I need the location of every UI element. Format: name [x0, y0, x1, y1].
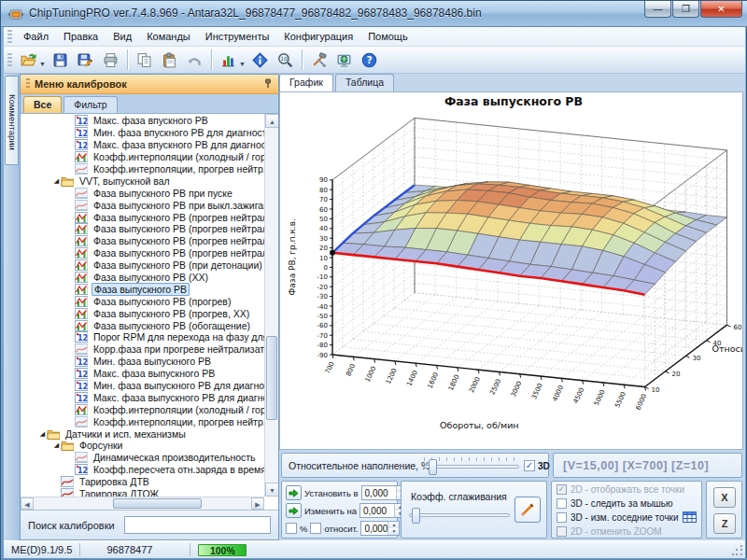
- tree-folder[interactable]: ◢Датчики и исп. механизмы: [21, 427, 264, 440]
- x-axis-button[interactable]: X: [713, 487, 736, 508]
- minimize-button[interactable]: —: [644, 1, 671, 18]
- tree-item-label[interactable]: Коэфф.интерполяции (холодный / горячий ): [92, 404, 264, 415]
- fill-slider-thumb[interactable]: [429, 459, 437, 475]
- scroll-down-arrow[interactable]: ▼: [265, 483, 278, 497]
- tree-item-label[interactable]: Фаза выпускного РВ (обогащение): [92, 320, 252, 331]
- option-checkbox[interactable]: [557, 512, 567, 523]
- tree-item-label[interactable]: Фаза выпускного РВ (прогрев): [92, 296, 233, 307]
- tree-item-label[interactable]: Корр.фаза при прогреве нейтрализатора: [92, 343, 264, 355]
- pin-icon[interactable]: [261, 78, 273, 90]
- tree-item-label[interactable]: Тарировка ДТВ: [78, 476, 151, 487]
- tree-item[interactable]: Фаза выпускного РВ при пуске: [21, 187, 264, 199]
- tree-item-label[interactable]: Фаза выпускного РВ (прогрев нейтрал., ХХ…: [92, 247, 264, 259]
- tree-horizontal-scrollbar[interactable]: ◀ ▶: [21, 497, 264, 510]
- tree-item-label[interactable]: Форсунки: [78, 440, 124, 451]
- tree-vertical-scrollbar[interactable]: ▲ ▼: [264, 114, 278, 497]
- menu-0[interactable]: Файл: [16, 28, 56, 45]
- relative-checkbox[interactable]: [310, 523, 321, 534]
- tree-item[interactable]: Фаза выпускного РВ (прогрев, ХХ): [21, 307, 264, 319]
- change-value-button[interactable]: [286, 503, 302, 518]
- tree-item[interactable]: Тарировка ДТОЖ: [21, 488, 264, 497]
- print-button[interactable]: [99, 49, 122, 72]
- percent-checkbox[interactable]: [286, 523, 297, 534]
- tree-item[interactable]: Фаза выпускного РВ при выкл.зажигания: [21, 199, 264, 211]
- tree-item-label[interactable]: Фаза выпускного РВ (при детонации): [92, 259, 264, 271]
- menu-6[interactable]: Помощь: [360, 28, 416, 45]
- smoothing-slider-thumb[interactable]: [412, 508, 420, 524]
- change-value-spinner[interactable]: 0,000▲▼: [359, 503, 406, 518]
- resize-grip[interactable]: [732, 545, 743, 556]
- surface-chart[interactable]: -90-80-70-60-50-40-30-20-100102030405060…: [279, 91, 743, 450]
- tree-item-label[interactable]: Динамическая производительность: [92, 452, 258, 463]
- tools-button[interactable]: [307, 49, 331, 72]
- tree-item-label[interactable]: Фаза выпускного РВ при пуске: [92, 188, 234, 199]
- tree-item[interactable]: 12Макс. фаза выпускного РВ для диагности…: [21, 391, 264, 403]
- tree-item[interactable]: Фаза выпускного РВ: [21, 283, 264, 295]
- tree-item-label[interactable]: Датчики и исп. механизмы: [63, 428, 188, 440]
- save-as-button[interactable]: [74, 49, 97, 72]
- tree-item[interactable]: Фаза выпускного РВ (ХХ): [21, 272, 264, 284]
- tree-item-label[interactable]: Коэфф.интерполяции, прогрев нейтр. (холо…: [92, 163, 264, 175]
- tree-item-label[interactable]: Фаза выпускного РВ: [92, 283, 190, 296]
- tree-item-label[interactable]: Порог RPM для перехода на фазу для режим…: [92, 331, 264, 343]
- tree-item-label[interactable]: Фаза выпускного РВ (прогрев нейтрализато…: [92, 212, 264, 223]
- tree-item[interactable]: Фаза выпускного РВ (прогрев нейтрализато…: [21, 211, 264, 223]
- 3d-checkbox[interactable]: [524, 460, 535, 471]
- tree-item[interactable]: Коэфф.интерполяции, прогрев нейтр. (холо…: [21, 415, 264, 427]
- tree-item[interactable]: Фаза выпускного РВ (прогрев нейтрал., хо…: [21, 223, 264, 235]
- tree-item[interactable]: Тарировка ДТВ: [21, 476, 264, 488]
- menu-1[interactable]: Правка: [56, 28, 106, 45]
- copy-button[interactable]: [133, 49, 156, 72]
- search-10x-button[interactable]: 10: [274, 49, 297, 72]
- option-checkbox[interactable]: [557, 498, 567, 509]
- tree-item-label[interactable]: Коэфф.пересчета отн.заряда в время впрыс…: [92, 464, 264, 475]
- expanded-twisty-icon[interactable]: ◢: [52, 441, 61, 449]
- tree-item-label[interactable]: Коэфф.интерполяции, прогрев нейтр. (холо…: [92, 416, 264, 427]
- tree-item[interactable]: Коэфф.интерполяции, прогрев нейтр. (холо…: [21, 163, 264, 175]
- selected-point-marker[interactable]: [330, 250, 335, 256]
- chart-view-dropdown-caret[interactable]: ▼: [239, 61, 246, 67]
- tree-item[interactable]: Корр.фаза при прогреве нейтрализатора: [21, 343, 264, 356]
- tree-item[interactable]: 12Коэфф.пересчета отн.заряда в время впр…: [21, 464, 264, 476]
- paste-button[interactable]: [158, 49, 181, 72]
- edit-curve-button[interactable]: [514, 497, 541, 523]
- tree-item[interactable]: Фаза выпускного РВ (прогрев нейтрал., ХХ…: [21, 235, 264, 247]
- smoothing-slider[interactable]: [409, 513, 510, 517]
- tree-item[interactable]: 12Мин. фаза выпускного РВ: [21, 356, 264, 368]
- expanded-twisty-icon[interactable]: ◢: [52, 177, 61, 185]
- save-button[interactable]: [49, 49, 72, 72]
- tree-item[interactable]: 12Мин. фаза впускного РВ для диагностики: [21, 127, 264, 139]
- tree-item-label[interactable]: Тарировка ДТОЖ: [78, 488, 161, 497]
- tree-folder[interactable]: ◢VVT, выпускной вал: [21, 175, 264, 187]
- tree-item[interactable]: 12Макс. фаза выпускного РВ: [21, 368, 264, 380]
- tree-item[interactable]: Фаза выпускного РВ (обогащение): [21, 319, 264, 331]
- tree-item-label[interactable]: Макс. фаза впускного РВ: [92, 115, 210, 126]
- menu-3[interactable]: Команды: [139, 28, 198, 45]
- tree-item[interactable]: Фаза выпускного РВ (при детонации): [21, 259, 264, 272]
- tree-item[interactable]: 12Мин. фаза выпускного РВ для диагностик…: [21, 380, 264, 392]
- compare-info-button[interactable]: [248, 49, 272, 72]
- relative-spinner[interactable]: 0,000▲▼: [360, 521, 400, 536]
- tab-all[interactable]: Все: [23, 96, 62, 113]
- scroll-right-arrow[interactable]: ▶: [251, 497, 264, 510]
- z-axis-button[interactable]: Z: [713, 513, 736, 534]
- help-button[interactable]: ?: [358, 49, 381, 72]
- fill-slider[interactable]: [424, 465, 519, 469]
- scroll-up-arrow[interactable]: ▲: [265, 114, 278, 128]
- tree-item[interactable]: 12Порог RPM для перехода на фазу для реж…: [21, 331, 264, 343]
- tab-comments[interactable]: Комментарии: [5, 76, 19, 165]
- menu-4[interactable]: Инструменты: [198, 28, 277, 45]
- maximize-button[interactable]: ❐: [672, 1, 699, 18]
- grid-icon[interactable]: [683, 510, 697, 526]
- tree-item[interactable]: Фаза выпускного РВ (прогрев нейтрал., ХХ…: [21, 247, 264, 259]
- set-value-button[interactable]: [286, 485, 302, 500]
- tree-item[interactable]: Динамическая производительность: [21, 452, 264, 464]
- tree-item-label[interactable]: Макс. фаза выпускного РВ для диагностики: [92, 392, 264, 403]
- tree-item-label[interactable]: Мин. фаза выпускного РВ для диагностики: [92, 380, 264, 391]
- open-file-button[interactable]: [17, 49, 40, 72]
- scroll-left-arrow[interactable]: ◀: [21, 497, 34, 510]
- tree-item[interactable]: Коэфф.интерполяции (холодный / горячий ): [21, 151, 264, 163]
- tree-item-label[interactable]: Фаза выпускного РВ (прогрев, ХХ): [92, 308, 251, 319]
- expanded-twisty-icon[interactable]: ◢: [38, 430, 47, 438]
- tree-item-label[interactable]: Фаза выпускного РВ (ХХ): [92, 272, 210, 283]
